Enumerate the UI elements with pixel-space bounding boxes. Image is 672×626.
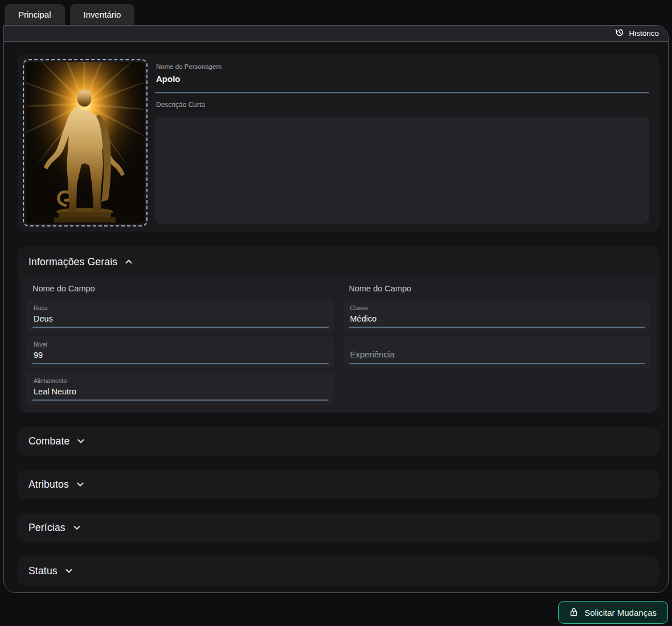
short-description-label: Descrição Curta (156, 101, 649, 109)
field-experiencia-placeholder: Experiência (350, 349, 395, 359)
character-name-underline (155, 92, 649, 93)
field-alinhamento-underline (32, 400, 329, 401)
footer-actions: Solicitar Mudanças (558, 601, 668, 624)
request-changes-label: Solicitar Mudanças (584, 608, 657, 617)
chevron-down-icon (73, 523, 81, 533)
general-right-column: Nome do Campo Classe Médico Experiência (343, 283, 651, 409)
tab-principal[interactable]: Principal (5, 4, 65, 25)
field-raca[interactable]: Raça Deus (27, 300, 334, 332)
tab-principal-label: Principal (18, 10, 51, 19)
field-classe[interactable]: Classe Médico (343, 300, 651, 332)
field-raca-label: Raça (34, 304, 327, 311)
general-left-column: Nome do Campo Raça Deus Nível 99 Alinham… (27, 283, 334, 409)
section-combate-toggle[interactable]: Combate (18, 427, 659, 456)
right-column-header: Nome do Campo (349, 284, 651, 293)
character-name-input[interactable]: Apolo (156, 74, 649, 84)
chevron-down-icon (77, 436, 85, 447)
section-informacoes-gerais: Informações Gerais Nome do Campo Raça De… (18, 246, 659, 413)
field-alinhamento-label: Alinhamento (34, 377, 327, 384)
field-alinhamento-value: Leal Neutro (34, 387, 327, 396)
left-column-header: Nome do Campo (32, 284, 334, 293)
field-experiencia-underline (349, 363, 645, 364)
lock-icon (569, 607, 578, 618)
section-status-title: Status (28, 565, 58, 577)
profile-panel: Nome do Personagem Apolo Descrição Curta (18, 54, 659, 232)
short-description-textarea[interactable] (155, 117, 649, 224)
section-status-toggle[interactable]: Status (18, 557, 659, 586)
character-name-label: Nome do Personagem (156, 63, 649, 70)
history-label: Histórico (629, 29, 659, 38)
chevron-down-icon (65, 566, 73, 576)
section-pericias-toggle[interactable]: Perícias (18, 513, 659, 542)
section-atributos-toggle[interactable]: Atributos (18, 470, 659, 499)
field-raca-underline (32, 327, 329, 328)
field-classe-label: Classe (350, 304, 644, 311)
section-informacoes-gerais-toggle[interactable]: Informações Gerais (18, 246, 659, 277)
field-alinhamento[interactable]: Alinhamento Leal Neutro (27, 373, 334, 405)
apollo-statue-image (26, 62, 145, 224)
field-nivel[interactable]: Nível 99 (27, 336, 334, 368)
general-fields-grid: Nome do Campo Raça Deus Nível 99 Alinham… (21, 277, 656, 413)
character-portrait[interactable] (23, 59, 147, 226)
profile-fields: Nome do Personagem Apolo Descrição Curta (147, 59, 654, 226)
field-raca-value: Deus (34, 314, 327, 323)
history-button[interactable]: Histórico (615, 28, 659, 39)
request-changes-button[interactable]: Solicitar Mudanças (558, 601, 668, 624)
sheet-content: Nome do Personagem Apolo Descrição Curta… (4, 42, 668, 586)
field-experiencia[interactable]: Experiência (343, 336, 651, 368)
field-nivel-underline (32, 363, 329, 364)
field-classe-value: Médico (350, 314, 644, 323)
chevron-up-icon (125, 257, 133, 267)
history-icon (615, 28, 624, 39)
chevron-down-icon (76, 480, 84, 490)
tab-inventario-label: Inventário (84, 10, 121, 19)
character-sheet-card: Histórico (3, 25, 669, 593)
field-classe-underline (349, 327, 645, 328)
section-atributos-title: Atributos (28, 479, 69, 491)
field-nivel-value: 99 (34, 351, 327, 360)
sheet-toolbar: Histórico (4, 26, 668, 42)
field-nivel-label: Nível (34, 341, 327, 348)
section-combate-title: Combate (28, 435, 69, 447)
tab-inventario[interactable]: Inventário (70, 4, 135, 25)
tab-bar: Principal Inventário (0, 0, 672, 25)
section-informacoes-gerais-title: Informações Gerais (28, 256, 117, 268)
section-pericias-title: Perícias (28, 522, 65, 534)
